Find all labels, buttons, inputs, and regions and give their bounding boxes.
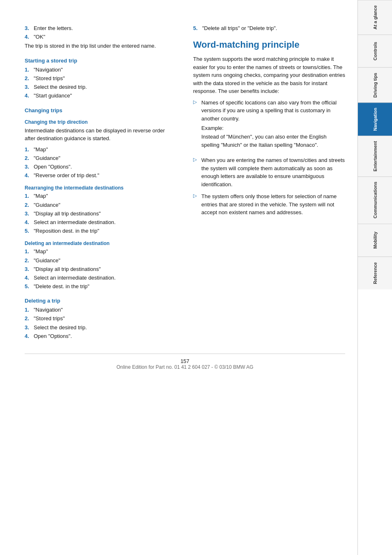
list-item: 2. "Guidance" xyxy=(25,201,177,209)
changing-trips-heading: Changing trips xyxy=(25,107,177,113)
two-column-layout: 3. Enter the letters. 4. "OK" The trip i… xyxy=(25,25,345,341)
bullet-text-2: When you are entering the names of towns… xyxy=(201,157,345,187)
changing-trips-section: Changing trips Changing the trip directi… xyxy=(25,107,177,291)
intro-num-3: 3. xyxy=(25,25,34,32)
list-item: 5. "Reposition dest. in the trip" xyxy=(25,227,177,235)
list-item: 3. "Display all trip destinations" xyxy=(25,266,177,273)
bullet-arrow-icon: ▷ xyxy=(193,99,201,105)
starting-stored-trip-list: 1. "Navigation" 2. "Stored trips" 3. Sel… xyxy=(25,66,177,100)
sidebar-tab-mobility[interactable]: Mobility xyxy=(358,224,392,257)
intro-items: 3. Enter the letters. 4. "OK" The trip i… xyxy=(25,25,177,50)
page-number: 157 xyxy=(180,358,189,364)
right-text-5: "Delete all trips" or "Delete trip". xyxy=(202,25,277,32)
list-item: 5. "Delete dest. in the trip" xyxy=(25,283,177,290)
list-item: 2. "Stored trips" xyxy=(25,315,177,322)
list-item: 1. "Navigation" xyxy=(25,306,177,314)
example-text-1: Instead of "München", you can also enter… xyxy=(201,133,345,149)
list-item: 3. "Display all trip destinations" xyxy=(25,210,177,217)
word-matching-heading: Word-matching principle xyxy=(193,39,345,50)
list-item: 4. Select an intermediate destination. xyxy=(25,219,177,226)
right-col-item5: 5. "Delete all trips" or "Delete trip". xyxy=(193,25,345,32)
word-matching-section: Word-matching principle The system suppo… xyxy=(193,39,345,217)
rearranging-subheading: Rearranging the intermediate destination… xyxy=(25,185,177,191)
intro-num-4: 4. xyxy=(25,33,34,41)
list-item: 3. Select the desired trip. xyxy=(25,324,177,331)
sidebar-tab-entertainment[interactable]: Entertainment xyxy=(358,136,392,176)
deleting-trip-list: 1. "Navigation" 2. "Stored trips" 3. Sel… xyxy=(25,306,177,340)
main-content: 3. Enter the letters. 4. "OK" The trip i… xyxy=(0,0,357,555)
page-container: 3. Enter the letters. 4. "OK" The trip i… xyxy=(0,0,392,555)
sidebar-tab-controls[interactable]: Controls xyxy=(358,35,392,67)
list-item: 3. Open "Options". xyxy=(25,163,177,171)
example-label-1: Example: xyxy=(201,125,345,131)
sidebar-tab-driving-tips[interactable]: Driving tips xyxy=(358,67,392,103)
list-item: 1. "Navigation" xyxy=(25,66,177,74)
left-column: 3. Enter the letters. 4. "OK" The trip i… xyxy=(25,25,177,341)
intro-item-4: 4. "OK" xyxy=(25,33,177,41)
right-column: 5. "Delete all trips" or "Delete trip". … xyxy=(193,25,345,341)
sidebar-tab-at-a-glance[interactable]: At a glance xyxy=(358,0,392,35)
sidebar-tab-reference[interactable]: Reference xyxy=(358,257,392,289)
list-item: 4. Open "Options". xyxy=(25,333,177,340)
bullet-content-3: The system offers only those letters for… xyxy=(201,192,345,217)
word-matching-desc: The system supports the word matching pr… xyxy=(193,55,345,95)
intro-text-3: Enter the letters. xyxy=(34,25,73,32)
bullet-item-3: ▷ The system offers only those letters f… xyxy=(193,192,345,217)
bullet-text-3: The system offers only those letters for… xyxy=(201,193,337,215)
sidebar-tab-communications[interactable]: Communications xyxy=(358,176,392,223)
trip-direction-subheading: Changing the trip direction xyxy=(25,119,177,125)
list-item: 3. Select the desired trip. xyxy=(25,83,177,91)
rearranging-list: 1. "Map" 2. "Guidance" 3. "Display all t… xyxy=(25,192,177,235)
list-item: 1. "Map" xyxy=(25,192,177,200)
deleting-trip-section: Deleting a trip 1. "Navigation" 2. "Stor… xyxy=(25,298,177,340)
list-item: 1. "Map" xyxy=(25,248,177,255)
list-item: 4. "Start guidance" xyxy=(25,92,177,99)
copyright-text: Online Edition for Part no. 01 41 2 604 … xyxy=(116,364,253,370)
bullet-text-1: Names of specific locations can also var… xyxy=(201,99,337,122)
intro-desc: The trip is stored in the trip list unde… xyxy=(25,42,177,50)
right-num-5: 5. xyxy=(193,25,202,32)
list-item: 4. Select an intermediate destination. xyxy=(25,274,177,282)
sidebar-tab-navigation[interactable]: Navigation xyxy=(358,102,392,136)
list-item: 2. "Stored trips" xyxy=(25,75,177,82)
page-footer: 157 Online Edition for Part no. 01 41 2 … xyxy=(25,354,345,370)
bullet-item-2: ▷ When you are entering the names of tow… xyxy=(193,156,345,188)
deleting-intermediate-subheading: Deleting an intermediate destination xyxy=(25,240,177,246)
starting-stored-trip-heading: Starting a stored trip xyxy=(25,58,177,64)
list-item: 4. "Reverse order of trip dest." xyxy=(25,172,177,179)
trip-direction-desc: Intermediate destinations can be display… xyxy=(25,127,177,143)
list-item: 1. "Map" xyxy=(25,146,177,153)
intro-text-4: "OK" xyxy=(34,33,45,41)
trip-direction-list: 1. "Map" 2. "Guidance" 3. Open "Options"… xyxy=(25,146,177,180)
bullet-arrow-icon: ▷ xyxy=(193,157,201,162)
deleting-intermediate-list: 1. "Map" 2. "Guidance" 3. "Display all t… xyxy=(25,248,177,290)
sidebar: At a glance Controls Driving tips Naviga… xyxy=(357,0,392,555)
deleting-trip-heading: Deleting a trip xyxy=(25,298,177,304)
list-item: 2. "Guidance" xyxy=(25,257,177,264)
bullet-content-2: When you are entering the names of towns… xyxy=(201,156,345,188)
bullet-content-1: Names of specific locations can also var… xyxy=(201,99,345,153)
starting-stored-trip-section: Starting a stored trip 1. "Navigation" 2… xyxy=(25,58,177,100)
list-item: 2. "Guidance" xyxy=(25,155,177,162)
bullet-item-1: ▷ Names of specific locations can also v… xyxy=(193,99,345,153)
intro-item-3: 3. Enter the letters. xyxy=(25,25,177,32)
bullet-arrow-icon: ▷ xyxy=(193,193,201,199)
